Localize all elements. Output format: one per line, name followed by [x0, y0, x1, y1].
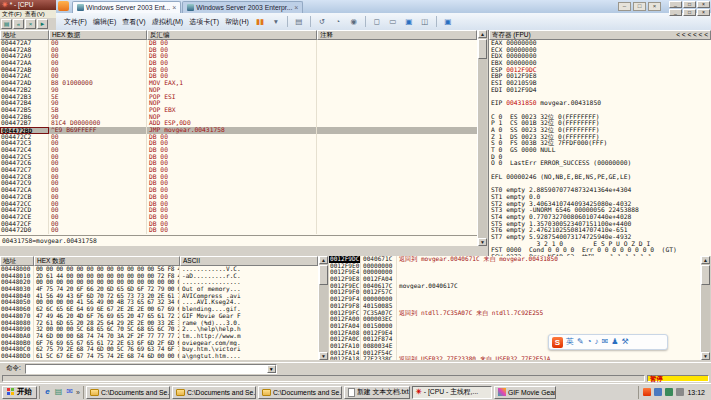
vmware-menu-4[interactable]: 选项卡(T): [189, 17, 219, 27]
disasm-row[interactable]: 004472CF00DB 00: [0, 221, 477, 228]
chevron-down-icon[interactable]: ▼: [267, 365, 276, 373]
chevron-more-icon[interactable]: »: [76, 389, 80, 396]
clock-icon[interactable]: ◔: [587, 336, 592, 348]
dump-row[interactable]: 004480C062 75 79 2E 68 74 6D 00 5C 76 69…: [0, 346, 318, 353]
disasm-row[interactable]: 004472CE00DB 00: [0, 214, 477, 221]
disasm-scrollbar[interactable]: ▲ ▼: [477, 30, 487, 246]
dump-row[interactable]: 0044800000 00 00 00 00 00 00 00 00 00 00…: [0, 266, 318, 273]
show-library-icon[interactable]: ◻: [372, 16, 382, 27]
dump-row[interactable]: 0044802000 00 00 00 00 00 00 00 00 00 00…: [0, 279, 318, 286]
minimize-icon[interactable]: _: [669, 1, 682, 8]
outlook-icon[interactable]: ✉: [65, 387, 74, 397]
voice-input-icon[interactable]: ♪: [595, 336, 599, 348]
dump-row[interactable]: 0044807047 49 46 20 4D 6F 76 69 65 20 47…: [0, 313, 318, 320]
toolbox-icon[interactable]: ⚒: [621, 336, 628, 348]
thumbnail-bar-icon[interactable]: ▭: [388, 16, 398, 27]
tab-close-icon[interactable]: ×: [172, 4, 176, 11]
disasm-row[interactable]: 004472C600DB 00: [0, 160, 477, 167]
dump-row[interactable]: 0044804041 56 49 43 6F 6D 70 72 65 73 73…: [0, 293, 318, 300]
clock-icon[interactable]: ◔: [333, 16, 343, 27]
console-view-icon[interactable]: ▣: [443, 16, 453, 27]
snapshot-icon[interactable]: ▤: [294, 16, 304, 27]
stack-row[interactable]: 0012FA1877E2338C返回到 USER32.77E23380 来自 U…: [329, 356, 700, 360]
dump-row[interactable]: 0044809032 00 00 00 5C 68 65 6C 70 5C 68…: [0, 326, 318, 333]
disasm-row[interactable]: 004472CC00DB 00: [0, 201, 477, 208]
vmware-menu-2[interactable]: 查看(V): [122, 17, 145, 27]
fullscreen-icon[interactable]: ▣: [404, 16, 414, 27]
disasm-row[interactable]: 004472B55BPOP EBX: [0, 107, 477, 114]
open-file-icon[interactable]: ▤: [1, 19, 12, 29]
disasm-row[interactable]: 004472A700DB 00: [0, 40, 477, 47]
dump-row[interactable]: 004480A074 6D 00 00 68 74 74 70 3A 2F 2F…: [0, 333, 318, 340]
scroll-up-icon[interactable]: ▲: [319, 256, 328, 264]
dump-header-2[interactable]: ASCII: [180, 256, 318, 266]
power-pause-icon[interactable]: ▮▮: [255, 16, 265, 27]
disasm-row[interactable]: 004472AA00DB 00: [0, 60, 477, 67]
taskbar-button-2[interactable]: C:\Documents and Se...: [258, 386, 342, 399]
maximize-icon[interactable]: □: [633, 2, 646, 11]
dump-row[interactable]: 004480304F 75 74 20 6F 66 20 6D 65 6D 6F…: [0, 286, 318, 293]
disasm-row[interactable]: 004472C300DB 00: [0, 140, 477, 147]
game-icon[interactable]: ♟: [611, 336, 618, 348]
settings-icon[interactable]: ◉: [349, 16, 359, 27]
sogou-logo-icon[interactable]: S: [552, 337, 563, 348]
tab-close-icon[interactable]: ×: [294, 4, 298, 11]
disasm-row[interactable]: 004472B690NOP: [0, 114, 477, 121]
dump-header-0[interactable]: 地址: [0, 256, 34, 266]
vmware-menu-3[interactable]: 虚拟机(M): [152, 17, 184, 27]
taskbar-button-0[interactable]: C:\Documents and Se...: [86, 386, 170, 399]
dump-row[interactable]: 004480D061 5C 67 6E 67 74 75 74 2E 68 74…: [0, 353, 318, 360]
disasm-header-1[interactable]: HEX 数据: [49, 30, 147, 40]
network-icon[interactable]: [665, 388, 673, 396]
scrollbar-thumb[interactable]: [478, 39, 487, 59]
disasm-row[interactable]: 004472C500DB 00: [0, 154, 477, 161]
disasm-row[interactable]: 004472ADB8 01000000MOV EAX,1: [0, 80, 477, 87]
disasm-header-3[interactable]: 注释: [317, 30, 477, 40]
vmware-tab-1[interactable]: Windows Server 2003 Enterpr...×: [182, 1, 303, 13]
menu-item-1[interactable]: 查看(V): [25, 10, 45, 18]
restore-icon[interactable]: □: [683, 1, 696, 8]
taskbar-button-4[interactable]: ✳- [CPU - 主线程,...: [412, 386, 492, 399]
mode-chinese-english-icon[interactable]: 英: [566, 336, 574, 348]
registers-pane[interactable]: 寄存器 (FPU) < < < < < < EAX 00000000ECX 00…: [488, 30, 711, 256]
handwriting-icon[interactable]: ✎: [577, 336, 584, 348]
scroll-up-icon[interactable]: ▲: [701, 256, 710, 264]
disasm-row[interactable]: 004472CA00DB 00: [0, 187, 477, 194]
dump-row[interactable]: 0044805000 00 00 00 41 56 49 00 4B 73 65…: [0, 299, 318, 306]
registers-collapse-markers[interactable]: < < < < < <: [676, 31, 708, 39]
close-icon[interactable]: ×: [697, 1, 710, 8]
vmware-menu-5[interactable]: 帮助(H): [225, 17, 249, 27]
show-desktop-icon[interactable]: ▤: [54, 387, 63, 397]
register-line[interactable]: EIP 00431850 movgear.00431850: [489, 100, 711, 107]
scrollbar-thumb[interactable]: [701, 265, 710, 285]
vmware-menu-1[interactable]: 编辑(E): [93, 17, 116, 27]
disasm-row[interactable]: 004472C400DB 00: [0, 147, 477, 154]
disasm-row[interactable]: 004472B781C4 D0000000ADD ESP,0D0: [0, 120, 477, 127]
vmware-tab-0[interactable]: Windows Server 2003 Ent...×: [72, 1, 181, 13]
disasm-row[interactable]: 004472B490NOP: [0, 100, 477, 107]
register-line[interactable]: T 0 GS 0000 NULL: [489, 147, 711, 154]
disasm-row[interactable]: 004472C900DB 00: [0, 180, 477, 187]
dump-row[interactable]: 004480B06F 76 69 65 67 65 61 72 2E 63 6F…: [0, 340, 318, 347]
disassembly-pane[interactable]: 004472A700DB 00004472A800DB 00004472A900…: [0, 40, 477, 235]
dump-header-1[interactable]: HEX 数据: [34, 256, 180, 266]
disasm-row[interactable]: 004472AB00DB 00: [0, 67, 477, 74]
sogou-tray-icon[interactable]: [643, 388, 651, 396]
dump-pane[interactable]: 0044800000 00 00 00 00 00 00 00 00 00 00…: [0, 266, 318, 360]
disasm-row[interactable]: 004472B290NOP: [0, 87, 477, 94]
restore-icon[interactable]: □: [683, 9, 696, 16]
message-icon[interactable]: ✉: [602, 336, 609, 348]
command-input[interactable]: ▼: [25, 364, 277, 374]
scroll-up-icon[interactable]: ▲: [478, 30, 487, 38]
close-icon[interactable]: ×: [25, 19, 36, 29]
disasm-header-0[interactable]: 地址: [0, 30, 49, 40]
sogou-input-bar[interactable]: S 英✎◔♪✉♟⚒: [548, 334, 668, 350]
disasm-row[interactable]: 004472CB00DB 00: [0, 194, 477, 201]
disasm-row[interactable]: 004472AC00DB 00: [0, 73, 477, 80]
internet-explorer-icon[interactable]: e: [43, 387, 52, 397]
disasm-row[interactable]: 004472A900DB 00: [0, 53, 477, 60]
disasm-row[interactable]: 004472C800DB 00: [0, 174, 477, 181]
dump-row[interactable]: 0044808072 61 6D 65 20 28 25 64 29 2E 2E…: [0, 320, 318, 327]
scroll-down-icon[interactable]: ▼: [478, 238, 487, 246]
scrollbar-thumb[interactable]: [319, 265, 328, 285]
